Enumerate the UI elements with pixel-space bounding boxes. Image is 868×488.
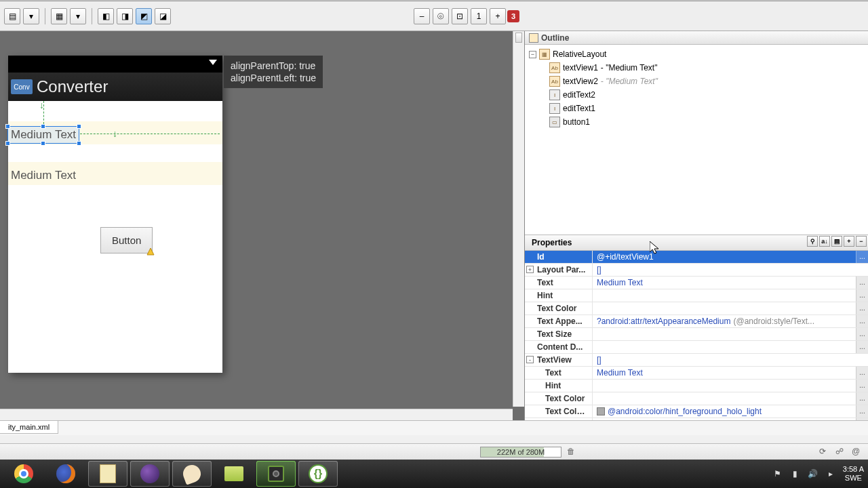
- prop-value[interactable]: []: [593, 264, 868, 276]
- prop-value[interactable]: []: [593, 354, 868, 366]
- tool-btn-4[interactable]: ▾: [70, 8, 86, 24]
- textview1-widget[interactable]: Medium Text: [8, 127, 79, 143]
- prop-row-text-colo-[interactable]: Text Colo...@android:color/hint_foregrou…: [525, 405, 868, 418]
- prop-value[interactable]: [593, 289, 856, 302]
- prop-row-id[interactable]: Id@+id/textView1...: [525, 251, 868, 264]
- prop-value[interactable]: Medium Text: [593, 277, 856, 289]
- prop-row-content-d-[interactable]: Content D......: [525, 341, 868, 354]
- tool-btn-2[interactable]: ▾: [23, 8, 39, 24]
- textview2-widget[interactable]: Medium Text: [8, 167, 79, 184]
- prop-row-text-size[interactable]: Text Size...: [525, 328, 868, 341]
- prop-more-button[interactable]: ...: [856, 289, 868, 302]
- zoom-in-icon[interactable]: +: [490, 8, 506, 24]
- tool-btn-8[interactable]: ◪: [155, 8, 171, 24]
- props-tool-3[interactable]: ▤: [831, 236, 842, 247]
- properties-table[interactable]: Id@+id/textView1...+Layout Par...[]TextM…: [525, 251, 868, 420]
- prop-row-layout-par-[interactable]: +Layout Par...[]: [525, 264, 868, 277]
- prop-row-text-app-[interactable]: Text App...?android:attr/textAppearanceM…: [525, 418, 868, 420]
- tool-btn-6[interactable]: ◨: [117, 8, 133, 24]
- canvas-scrollbar-h[interactable]: [0, 409, 513, 420]
- prop-more-button[interactable]: ...: [856, 302, 868, 314]
- prop-value[interactable]: @+id/textView1: [593, 251, 856, 263]
- tray-action-icon[interactable]: ▸: [825, 468, 836, 479]
- editor-tabs-bottom: ity_main.xml: [0, 420, 868, 435]
- outline-item-button1[interactable]: ▭button1: [526, 115, 867, 129]
- prop-row-hint[interactable]: Hint...: [525, 289, 868, 302]
- prop-expander-icon[interactable]: -: [526, 356, 534, 363]
- tool-btn-7[interactable]: ◩: [136, 8, 152, 24]
- status-icon-3[interactable]: @: [852, 447, 863, 458]
- tool-btn-3[interactable]: ▦: [51, 8, 67, 24]
- taskbar-folder[interactable]: [214, 461, 254, 487]
- taskbar-eclipse[interactable]: [130, 461, 170, 487]
- prop-more-button[interactable]: ...: [856, 328, 868, 340]
- taskbar-explorer[interactable]: [88, 461, 127, 487]
- prop-more-button[interactable]: ...: [856, 277, 868, 289]
- gc-icon[interactable]: 🗑: [567, 447, 578, 458]
- prop-row-text-appe-[interactable]: Text Appe...?android:attr/textAppearance…: [525, 315, 868, 328]
- properties-panel-header: Properties ⚲ a↓ ▤ + −: [525, 235, 868, 251]
- status-icon-1[interactable]: ⟳: [819, 447, 830, 458]
- memory-meter[interactable]: 222M of 280M: [480, 447, 561, 458]
- prop-value[interactable]: Medium Text: [593, 367, 856, 379]
- taskbar-paint[interactable]: [172, 461, 212, 487]
- taskbar-clock[interactable]: 3:58 A SWE: [843, 465, 864, 483]
- prop-value[interactable]: ?android:attr/textAppearanceMedium (@and…: [593, 315, 856, 327]
- prop-row-text-color[interactable]: Text Color...: [525, 392, 868, 405]
- outline-tree[interactable]: − ▦ RelativeLayout AbtextView1 - "Medium…: [525, 45, 868, 235]
- app-title: Converter: [37, 77, 108, 96]
- prop-more-button[interactable]: ...: [856, 380, 868, 392]
- props-tool-2[interactable]: a↓: [819, 236, 830, 247]
- props-tool-1[interactable]: ⚲: [807, 236, 818, 247]
- props-tool-5[interactable]: −: [856, 236, 867, 247]
- button-widget[interactable]: Button: [100, 227, 153, 253]
- tab-xml[interactable]: ity_main.xml: [0, 421, 58, 434]
- prop-value[interactable]: [593, 341, 856, 353]
- prop-more-button[interactable]: ...: [856, 392, 868, 405]
- prop-name: Text Color: [525, 392, 592, 405]
- tree-collapse-icon[interactable]: −: [529, 51, 536, 58]
- layout-canvas[interactable]: Conv Converter ↓ ↓ Medium Text: [0, 31, 525, 420]
- prop-row-text-color[interactable]: Text Color...: [525, 302, 868, 315]
- prop-more-button[interactable]: ...: [856, 341, 868, 353]
- prop-value[interactable]: [593, 380, 856, 392]
- zoom-reset-icon[interactable]: ⦾: [433, 8, 449, 24]
- prop-more-button[interactable]: ...: [856, 367, 868, 379]
- status-icon-2[interactable]: ☍: [835, 447, 846, 458]
- prop-value[interactable]: [593, 328, 856, 340]
- zoom-out-icon[interactable]: –: [414, 8, 430, 24]
- taskbar-chrome[interactable]: [4, 461, 43, 487]
- outline-item-textView1[interactable]: AbtextView1 - "Medium Text": [526, 61, 867, 75]
- tray-network-icon[interactable]: ▮: [790, 468, 801, 479]
- outline-item-suffix: - "Medium Text": [601, 77, 658, 86]
- props-tool-4[interactable]: +: [844, 236, 854, 247]
- outline-root[interactable]: − ▦ RelativeLayout: [526, 47, 867, 61]
- prop-row-text[interactable]: TextMedium Text...: [525, 277, 868, 289]
- outline-item-textView2[interactable]: AbtextView2 - "Medium Text": [526, 75, 867, 88]
- prop-value[interactable]: ?android:attr/textAppearanceMedium (@and…: [593, 418, 856, 420]
- lint-badge[interactable]: 3: [507, 10, 519, 22]
- zoom-fit-icon[interactable]: ⊡: [452, 8, 468, 24]
- taskbar-firefox[interactable]: [46, 461, 85, 487]
- prop-row-textview[interactable]: -TextView[]: [525, 354, 868, 367]
- prop-row-hint[interactable]: Hint...: [525, 380, 868, 392]
- tray-volume-icon[interactable]: 🔊: [808, 468, 818, 479]
- taskbar-recorder[interactable]: [256, 461, 296, 487]
- prop-more-button[interactable]: ...: [856, 315, 868, 327]
- prop-value[interactable]: [593, 302, 856, 314]
- prop-more-button[interactable]: ...: [856, 251, 868, 263]
- prop-value[interactable]: [593, 392, 856, 405]
- prop-more-button[interactable]: ...: [856, 418, 868, 420]
- prop-value[interactable]: @android:color/hint_foreground_holo_ligh…: [593, 405, 856, 418]
- tool-btn-5[interactable]: ◧: [98, 8, 114, 24]
- outline-item-editText1[interactable]: IeditText1: [526, 102, 867, 115]
- prop-row-text[interactable]: TextMedium Text...: [525, 367, 868, 380]
- prop-more-button[interactable]: ...: [856, 405, 868, 418]
- outline-item-editText2[interactable]: IeditText2: [526, 88, 867, 102]
- tool-btn-1[interactable]: ▤: [4, 8, 20, 24]
- taskbar-code[interactable]: {}: [298, 461, 338, 487]
- tray-flag-icon[interactable]: ⚑: [772, 468, 783, 479]
- canvas-scrollbar-v[interactable]: [513, 31, 524, 407]
- prop-expander-icon[interactable]: +: [526, 266, 534, 273]
- zoom-actual-icon[interactable]: 1: [471, 8, 487, 24]
